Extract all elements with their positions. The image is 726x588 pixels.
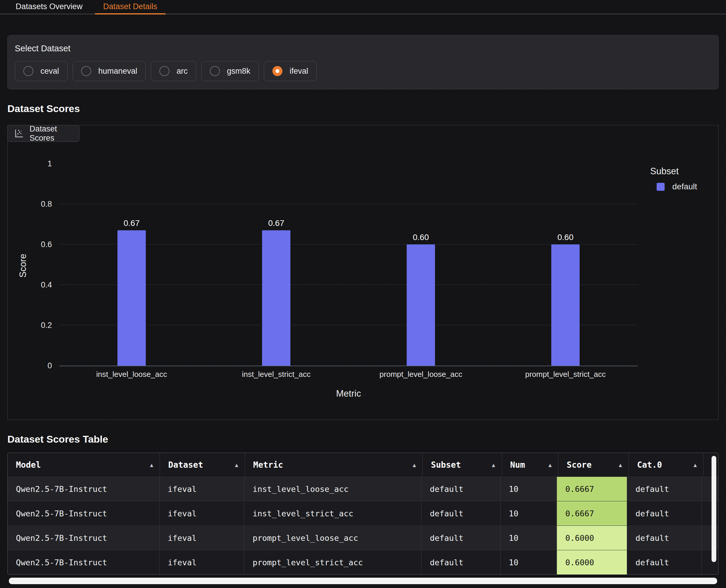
cell-num: 10 bbox=[501, 501, 557, 525]
bar-value-label: 0.67 bbox=[268, 218, 284, 228]
x-tick: prompt_level_loose_acc bbox=[348, 370, 493, 379]
y-tick: 0.6 bbox=[41, 240, 52, 249]
sort-ascending-icon[interactable]: ▲ bbox=[150, 462, 153, 468]
legend-swatch bbox=[657, 183, 665, 191]
cell-dataset: ifeval bbox=[160, 526, 244, 550]
y-tick: 1 bbox=[47, 159, 52, 168]
bar-inst-level-loose-acc bbox=[118, 230, 146, 366]
select-dataset-panel: Select Dataset ceval humaneval arc gsm8k… bbox=[7, 35, 719, 89]
legend-entry-default[interactable]: default bbox=[657, 182, 697, 191]
chart-legend: Subset default bbox=[650, 166, 697, 191]
column-header-label: Dataset bbox=[168, 460, 203, 470]
bar-value-label: 0.67 bbox=[124, 218, 140, 228]
y-tick: 0.2 bbox=[41, 321, 52, 330]
cell-metric: inst_level_strict_acc bbox=[244, 501, 422, 525]
cell-model: Qwen2.5-7B-Instruct bbox=[8, 477, 160, 501]
column-header-dataset[interactable]: Dataset ▲ bbox=[160, 453, 245, 477]
chart-tab-dataset-scores[interactable]: Dataset Scores bbox=[7, 125, 79, 142]
cell-score: 0.6667 bbox=[557, 501, 627, 525]
column-header-cat0[interactable]: Cat.0 ▲ bbox=[629, 453, 704, 477]
x-axis-ticks: inst_level_loose_acc inst_level_strict_a… bbox=[59, 370, 638, 379]
bar-group: 0.60 bbox=[348, 164, 493, 366]
cell-metric: inst_level_loose_acc bbox=[244, 477, 422, 501]
sort-ascending-icon[interactable]: ▲ bbox=[548, 462, 551, 468]
dataset-option-gsm8k[interactable]: gsm8k bbox=[201, 61, 259, 81]
dataset-radio-group: ceval humaneval arc gsm8k ifeval bbox=[15, 61, 711, 81]
dataset-scores-table-heading: Dataset Scores Table bbox=[7, 434, 719, 445]
sort-ascending-icon[interactable]: ▲ bbox=[693, 462, 697, 468]
horizontal-scrollbar[interactable] bbox=[9, 578, 717, 584]
sort-ascending-icon[interactable]: ▲ bbox=[492, 462, 495, 468]
dataset-scores-heading: Dataset Scores bbox=[7, 103, 719, 114]
scatter-chart-icon bbox=[14, 128, 24, 139]
y-tick: 0.8 bbox=[41, 200, 52, 209]
radio-selected-icon bbox=[273, 66, 282, 76]
cell-model: Qwen2.5-7B-Instruct bbox=[8, 550, 160, 574]
column-header-num[interactable]: Num ▲ bbox=[502, 453, 559, 477]
cell-num: 10 bbox=[501, 550, 557, 574]
column-header-metric[interactable]: Metric ▲ bbox=[245, 453, 423, 477]
radio-icon bbox=[23, 66, 33, 76]
cell-metric: prompt_level_strict_acc bbox=[244, 550, 422, 574]
cell-subset: default bbox=[421, 501, 501, 525]
column-header-score[interactable]: Score ▲ bbox=[558, 453, 629, 477]
dataset-scores-table: Model ▲ Dataset ▲ Metric ▲ Subset ▲ Num … bbox=[7, 453, 719, 575]
bar-prompt-level-strict-acc bbox=[551, 245, 580, 366]
dataset-option-humaneval[interactable]: humaneval bbox=[73, 61, 146, 81]
bar-group: 0.60 bbox=[493, 164, 638, 366]
bar-value-label: 0.60 bbox=[413, 233, 429, 242]
bar-group: 0.67 bbox=[59, 164, 204, 366]
x-tick: inst_level_loose_acc bbox=[59, 370, 204, 379]
column-header-label: Model bbox=[16, 460, 41, 470]
dataset-option-ceval[interactable]: ceval bbox=[15, 61, 67, 81]
chart-tab-label: Dataset Scores bbox=[29, 124, 73, 143]
y-tick: 0.4 bbox=[41, 280, 52, 290]
column-header-label: Subset bbox=[431, 460, 461, 470]
y-axis-ticks: 1 0.8 0.6 0.4 0.2 0 bbox=[8, 164, 52, 366]
tab-dataset-details[interactable]: Dataset Details bbox=[95, 0, 165, 15]
bar-prompt-level-loose-acc bbox=[407, 245, 435, 366]
y-tick: 0 bbox=[47, 361, 52, 370]
cell-score: 0.6000 bbox=[557, 526, 627, 550]
vertical-scrollbar[interactable] bbox=[711, 456, 716, 562]
dataset-option-label: arc bbox=[177, 67, 188, 76]
cell-num: 10 bbox=[501, 477, 557, 501]
bar-group: 0.67 bbox=[204, 164, 348, 366]
cell-model: Qwen2.5-7B-Instruct bbox=[8, 501, 160, 525]
sort-ascending-icon[interactable]: ▲ bbox=[619, 462, 622, 468]
dataset-option-label: humaneval bbox=[98, 67, 137, 76]
tabbar: Datasets Overview Dataset Details bbox=[0, 0, 726, 15]
dataset-option-arc[interactable]: arc bbox=[151, 61, 196, 81]
tab-datasets-overview[interactable]: Datasets Overview bbox=[7, 0, 91, 15]
cell-dataset: ifeval bbox=[160, 501, 244, 525]
table-row: Qwen2.5-7B-Instruct ifeval prompt_level_… bbox=[8, 550, 718, 574]
table-row: Qwen2.5-7B-Instruct ifeval inst_level_st… bbox=[8, 501, 718, 525]
sort-ascending-icon[interactable]: ▲ bbox=[413, 462, 416, 468]
column-header-label: Metric bbox=[253, 460, 283, 470]
x-tick: prompt_level_strict_acc bbox=[493, 370, 638, 379]
sort-ascending-icon[interactable]: ▲ bbox=[235, 462, 238, 468]
column-header-label: Cat.0 bbox=[637, 460, 662, 470]
table-row: Qwen2.5-7B-Instruct ifeval inst_level_lo… bbox=[8, 477, 718, 501]
chart-panel: Dataset Scores Score 1 0.8 0.6 0.4 0.2 0… bbox=[7, 125, 719, 420]
column-header-model[interactable]: Model ▲ bbox=[8, 453, 160, 477]
column-header-label: Score bbox=[567, 460, 591, 470]
table-row: Qwen2.5-7B-Instruct ifeval prompt_level_… bbox=[8, 525, 718, 550]
cell-dataset: ifeval bbox=[160, 477, 244, 501]
bar-value-label: 0.60 bbox=[558, 233, 574, 242]
bar-inst-level-strict-acc bbox=[262, 230, 290, 366]
radio-icon bbox=[210, 66, 220, 76]
dataset-option-label: ifeval bbox=[289, 67, 308, 76]
cell-cat0: default bbox=[627, 477, 702, 501]
legend-title: Subset bbox=[650, 166, 697, 176]
dataset-option-ifeval[interactable]: ifeval bbox=[264, 61, 317, 81]
radio-icon bbox=[159, 66, 169, 76]
radio-icon bbox=[81, 66, 91, 76]
cell-cat0: default bbox=[627, 526, 702, 550]
cell-model: Qwen2.5-7B-Instruct bbox=[8, 526, 160, 550]
column-header-label: Num bbox=[510, 460, 525, 470]
cell-subset: default bbox=[421, 477, 501, 501]
dataset-option-label: ceval bbox=[40, 67, 59, 76]
column-header-subset[interactable]: Subset ▲ bbox=[423, 453, 502, 477]
bar-chart-plot-area: 0.67 0.67 0.60 0.60 bbox=[59, 164, 638, 366]
